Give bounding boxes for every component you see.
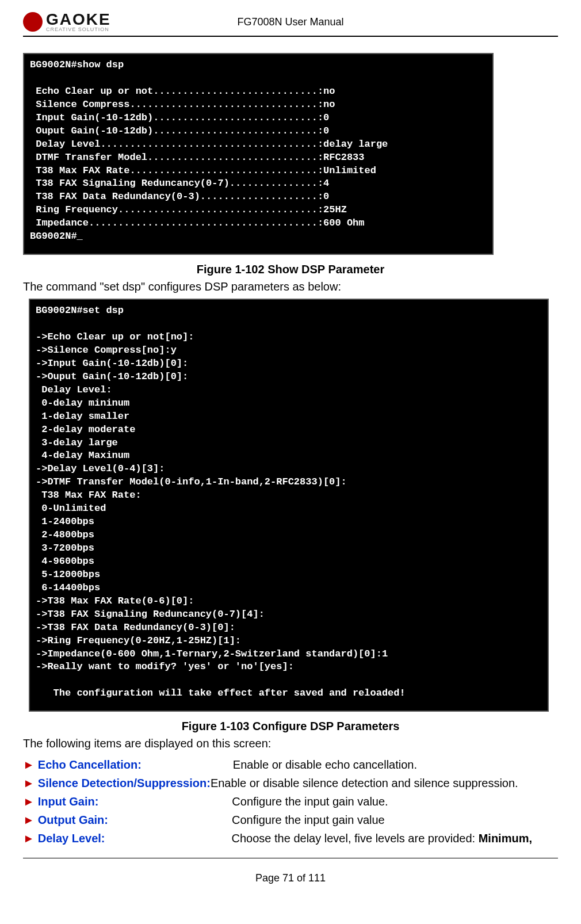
parameter-description: Configure the input gain value <box>232 811 385 829</box>
figure-caption-1: Figure 1-102 Show DSP Parameter <box>23 263 558 276</box>
parameter-list: ►Echo Cancellation: Enable or disable ec… <box>23 755 558 847</box>
intro-text-1: The command "set dsp" configures DSP par… <box>23 278 558 295</box>
parameter-description: Choose the delay level, five levels are … <box>232 829 532 847</box>
parameter-row: ►Silence Detection/Suppression: Enable o… <box>23 774 558 792</box>
parameter-row: ►Delay Level:Choose the delay level, fiv… <box>23 829 558 847</box>
footer-rule <box>23 858 558 858</box>
parameter-name: Output Gain: <box>38 811 108 829</box>
figure-title: Configure DSP Parameters <box>253 720 399 732</box>
logo-icon <box>23 12 43 32</box>
page-header: GAOKE CREATIVE SOLUTION FG7008N User Man… <box>23 12 558 37</box>
terminal-show-dsp: BG9002N#show dsp Echo Clear up or not...… <box>23 53 494 255</box>
parameter-description: Configure the input gain value. <box>232 792 388 811</box>
parameter-name: Delay Level: <box>38 829 105 847</box>
arrow-icon: ► <box>23 811 35 829</box>
parameter-name: Input Gain: <box>38 792 99 811</box>
arrow-icon: ► <box>23 774 35 792</box>
parameter-name: Silence Detection/Suppression: <box>38 774 211 792</box>
parameter-description: Enable or disable echo cancellation. <box>233 755 417 774</box>
figure-number: Figure 1-102 <box>197 263 265 276</box>
figure-number: Figure 1-103 <box>182 720 250 732</box>
page-footer: Page 71 of 111 <box>23 872 558 884</box>
intro-text-2: The following items are displayed on thi… <box>23 735 558 752</box>
arrow-icon: ► <box>23 829 35 847</box>
arrow-icon: ► <box>23 792 35 811</box>
logo: GAOKE CREATIVE SOLUTION <box>23 12 111 32</box>
figure-caption-2: Figure 1-103 Configure DSP Parameters <box>23 720 558 733</box>
terminal-set-dsp: BG9002N#set dsp ->Echo Clear up or not[n… <box>29 299 549 712</box>
logo-brand: GAOKE <box>46 12 111 28</box>
arrow-icon: ► <box>23 755 35 774</box>
parameter-row: ►Input Gain:Configure the input gain val… <box>23 792 558 811</box>
parameter-name: Echo Cancellation: <box>38 755 142 774</box>
document-title: FG7008N User Manual <box>237 16 343 28</box>
parameter-description: Enable or disable silence detection and … <box>211 774 518 792</box>
figure-title: Show DSP Parameter <box>267 263 384 276</box>
parameter-row: ►Output Gain: Configure the input gain v… <box>23 811 558 829</box>
parameter-row: ►Echo Cancellation: Enable or disable ec… <box>23 755 558 774</box>
logo-tagline: CREATIVE SOLUTION <box>46 26 111 32</box>
